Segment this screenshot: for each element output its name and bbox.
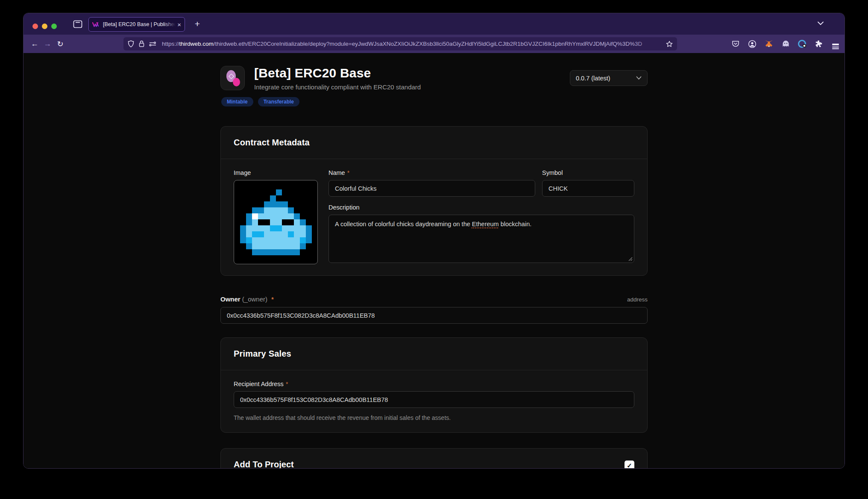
version-value: 0.0.7 (latest) [576, 75, 610, 82]
misspelled-word: Ethereum [472, 221, 499, 227]
contract-logo [220, 66, 245, 90]
menu-hamburger-icon[interactable] [831, 39, 840, 49]
thirdweb-favicon-icon [92, 21, 100, 28]
metamask-icon[interactable] [764, 39, 774, 49]
phantom-ghost-icon[interactable] [781, 39, 790, 49]
owner-param-name: (_owner) [242, 295, 267, 303]
close-tab-icon[interactable]: × [177, 21, 181, 28]
account-icon[interactable] [748, 39, 757, 49]
contract-metadata-card: Contract Metadata Image [220, 126, 648, 276]
owner-label: Owner [220, 295, 240, 303]
badge-transferable: Transferable [258, 97, 299, 106]
required-asterisk: * [286, 381, 288, 387]
browser-window: [Beta] ERC20 Base | Published S × + ← → … [23, 13, 845, 469]
back-button[interactable]: ← [28, 38, 41, 50]
tab-bar: [Beta] ERC20 Base | Published S × + [23, 13, 845, 35]
bookmark-star-icon[interactable] [666, 41, 673, 47]
add-to-project-card: Add To Project Save the deployed contrac… [220, 448, 648, 469]
close-window-button[interactable] [32, 24, 38, 29]
pocket-icon[interactable] [731, 39, 740, 49]
tracking-shield-icon[interactable] [128, 40, 134, 47]
window-controls [32, 24, 57, 29]
required-asterisk: * [347, 169, 349, 176]
description-textarea[interactable]: A collection of colorful chicks daydream… [328, 215, 634, 263]
connection-lock-icon[interactable] [139, 40, 144, 47]
reload-button[interactable]: ↻ [54, 38, 67, 50]
primary-sales-card: Primary Sales Recipient Address* The wal… [220, 337, 648, 433]
resize-handle[interactable] [628, 257, 633, 261]
forward-button[interactable]: → [41, 38, 54, 50]
permissions-sliders-icon[interactable] [149, 41, 156, 47]
image-upload-preview[interactable] [234, 180, 318, 264]
version-dropdown[interactable]: 0.0.7 (latest) [570, 70, 648, 86]
checkmark-icon: ✓ [627, 462, 632, 469]
owner-type-hint: address [627, 296, 648, 303]
owner-field-section: Owner (_owner) * address [220, 295, 648, 324]
image-label: Image [234, 169, 251, 176]
symbol-label: Symbol [542, 169, 563, 176]
firefox-view-icon[interactable] [73, 20, 82, 28]
recipient-address-label: Recipient Address [234, 381, 284, 387]
recipient-address-input[interactable] [234, 391, 634, 408]
tab-title: [Beta] ERC20 Base | Published S [103, 21, 176, 27]
add-to-project-checkbox[interactable]: ✓ [625, 461, 634, 469]
logo-dot-icon [233, 78, 240, 86]
publish-header: [Beta] ERC20 Base Integrate core functio… [220, 66, 648, 91]
minimize-window-button[interactable] [42, 24, 47, 29]
new-tab-button[interactable]: + [191, 18, 203, 30]
description-label: Description [328, 204, 360, 211]
required-asterisk: * [271, 296, 273, 303]
symbol-input[interactable] [542, 180, 634, 197]
section-heading-contract-metadata: Contract Metadata [234, 138, 634, 148]
page-subtitle: Integrate core functionality compliant w… [254, 83, 570, 91]
name-input[interactable] [328, 180, 535, 197]
maximize-window-button[interactable] [51, 24, 57, 29]
url-text: https://thirdweb.com/thirdweb.eth/ERC20C… [162, 41, 663, 47]
extension-badges: Mintable Transferable [221, 97, 648, 106]
page-title: [Beta] ERC20 Base [254, 66, 570, 80]
page-content: [Beta] ERC20 Base Integrate core functio… [23, 53, 845, 469]
section-heading-primary-sales: Primary Sales [234, 349, 634, 359]
toolbar-extensions-area [731, 35, 840, 53]
url-toolbar: ← → ↻ [23, 35, 845, 53]
browser-tab[interactable]: [Beta] ERC20 Base | Published S × [88, 17, 185, 32]
chevron-down-icon [636, 76, 642, 80]
recipient-helper-text: The wallet address that should receive t… [234, 414, 634, 421]
address-bar[interactable]: https://thirdweb.com/thirdweb.eth/ERC20C… [123, 37, 677, 50]
owner-address-input[interactable] [220, 307, 648, 324]
list-all-tabs-icon[interactable] [817, 21, 824, 26]
badge-mintable: Mintable [221, 97, 253, 106]
section-heading-add-to-project: Add To Project [234, 460, 436, 469]
image-preview-sprite [234, 189, 318, 255]
name-label: Name [328, 169, 345, 176]
wallet-extension-icon[interactable] [798, 39, 807, 49]
extensions-puzzle-icon[interactable] [814, 39, 824, 49]
